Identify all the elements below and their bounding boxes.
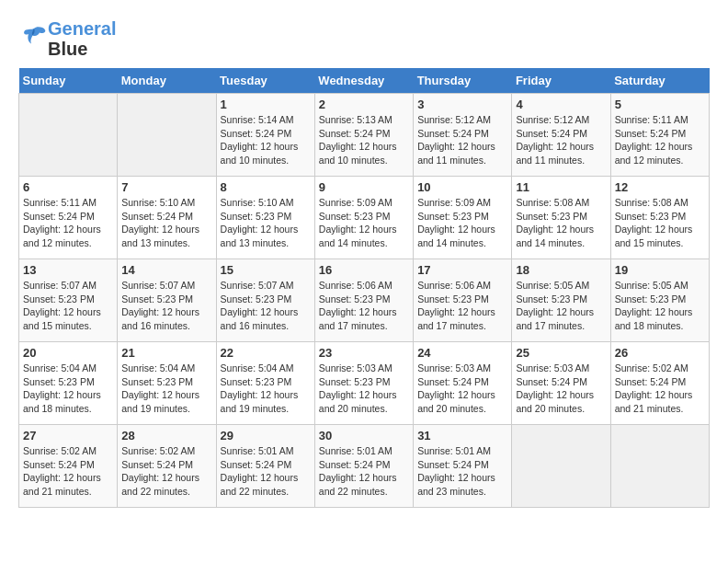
calendar-cell: 9Sunrise: 5:09 AM Sunset: 5:23 PM Daylig… [314, 177, 413, 259]
calendar-cell: 26Sunrise: 5:02 AM Sunset: 5:24 PM Dayli… [610, 342, 709, 425]
day-number: 6 [23, 180, 113, 194]
weekday-header-friday: Friday [512, 68, 610, 94]
calendar-week-row: 6Sunrise: 5:11 AM Sunset: 5:24 PM Daylig… [19, 177, 710, 259]
day-number: 3 [417, 98, 507, 111]
day-info: Sunrise: 5:04 AM Sunset: 5:23 PM Dayligh… [23, 362, 113, 416]
day-number: 17 [417, 263, 507, 277]
day-number: 4 [516, 98, 606, 111]
calendar-week-row: 27Sunrise: 5:02 AM Sunset: 5:24 PM Dayli… [19, 425, 710, 508]
day-number: 10 [417, 180, 507, 194]
day-number: 19 [615, 263, 705, 277]
day-info: Sunrise: 5:10 AM Sunset: 5:23 PM Dayligh… [221, 196, 311, 250]
calendar-cell: 1Sunrise: 5:14 AM Sunset: 5:24 PM Daylig… [216, 94, 314, 177]
day-info: Sunrise: 5:12 AM Sunset: 5:24 PM Dayligh… [417, 113, 507, 167]
weekday-header-sunday: Sunday [19, 68, 118, 94]
day-info: Sunrise: 5:04 AM Sunset: 5:23 PM Dayligh… [221, 362, 311, 416]
calendar-week-row: 1Sunrise: 5:14 AM Sunset: 5:24 PM Daylig… [19, 94, 710, 177]
weekday-header-tuesday: Tuesday [216, 68, 314, 94]
calendar-cell: 18Sunrise: 5:05 AM Sunset: 5:23 PM Dayli… [512, 259, 610, 342]
calendar-cell: 7Sunrise: 5:10 AM Sunset: 5:24 PM Daylig… [118, 177, 216, 259]
day-info: Sunrise: 5:05 AM Sunset: 5:23 PM Dayligh… [516, 279, 606, 333]
day-info: Sunrise: 5:01 AM Sunset: 5:24 PM Dayligh… [221, 444, 311, 499]
day-number: 1 [221, 98, 311, 111]
calendar-cell: 10Sunrise: 5:09 AM Sunset: 5:23 PM Dayli… [414, 177, 512, 259]
day-info: Sunrise: 5:14 AM Sunset: 5:24 PM Dayligh… [221, 113, 311, 167]
day-info: Sunrise: 5:06 AM Sunset: 5:23 PM Dayligh… [319, 279, 409, 333]
day-number: 5 [615, 98, 705, 111]
day-info: Sunrise: 5:11 AM Sunset: 5:24 PM Dayligh… [23, 196, 113, 250]
day-info: Sunrise: 5:02 AM Sunset: 5:24 PM Dayligh… [23, 444, 113, 499]
day-number: 31 [417, 429, 507, 442]
weekday-header-thursday: Thursday [414, 68, 512, 94]
day-number: 29 [221, 429, 311, 442]
calendar-cell: 17Sunrise: 5:06 AM Sunset: 5:23 PM Dayli… [414, 259, 512, 342]
day-info: Sunrise: 5:02 AM Sunset: 5:24 PM Dayligh… [121, 444, 211, 499]
day-info: Sunrise: 5:04 AM Sunset: 5:23 PM Dayligh… [121, 362, 211, 416]
calendar-cell: 22Sunrise: 5:04 AM Sunset: 5:23 PM Dayli… [216, 342, 314, 425]
calendar-cell: 24Sunrise: 5:03 AM Sunset: 5:24 PM Dayli… [414, 342, 512, 425]
day-number: 9 [319, 180, 409, 194]
day-number: 15 [221, 263, 311, 277]
calendar-cell: 15Sunrise: 5:07 AM Sunset: 5:23 PM Dayli… [216, 259, 314, 342]
day-info: Sunrise: 5:09 AM Sunset: 5:23 PM Dayligh… [319, 196, 409, 250]
day-number: 21 [121, 346, 211, 360]
day-info: Sunrise: 5:07 AM Sunset: 5:23 PM Dayligh… [23, 279, 113, 333]
calendar-cell: 2Sunrise: 5:13 AM Sunset: 5:24 PM Daylig… [314, 94, 413, 177]
day-number: 27 [23, 429, 113, 442]
day-info: Sunrise: 5:03 AM Sunset: 5:24 PM Dayligh… [417, 362, 507, 416]
day-number: 11 [516, 180, 606, 194]
day-number: 2 [319, 98, 409, 111]
day-info: Sunrise: 5:06 AM Sunset: 5:23 PM Dayligh… [417, 279, 507, 333]
day-number: 22 [221, 346, 311, 360]
calendar-cell: 14Sunrise: 5:07 AM Sunset: 5:23 PM Dayli… [118, 259, 216, 342]
calendar-cell: 19Sunrise: 5:05 AM Sunset: 5:23 PM Dayli… [610, 259, 709, 342]
day-info: Sunrise: 5:01 AM Sunset: 5:24 PM Dayligh… [319, 444, 409, 499]
day-number: 18 [516, 263, 606, 277]
logo-text: GeneralBlue [48, 18, 116, 59]
calendar-table: SundayMondayTuesdayWednesdayThursdayFrid… [18, 68, 710, 508]
calendar-cell: 28Sunrise: 5:02 AM Sunset: 5:24 PM Dayli… [118, 425, 216, 508]
calendar-cell: 20Sunrise: 5:04 AM Sunset: 5:23 PM Dayli… [19, 342, 118, 425]
calendar-cell: 11Sunrise: 5:08 AM Sunset: 5:23 PM Dayli… [512, 177, 610, 259]
calendar-week-row: 13Sunrise: 5:07 AM Sunset: 5:23 PM Dayli… [19, 259, 710, 342]
weekday-header-monday: Monday [118, 68, 216, 94]
weekday-header-saturday: Saturday [610, 68, 709, 94]
day-info: Sunrise: 5:03 AM Sunset: 5:24 PM Dayligh… [516, 362, 606, 416]
day-info: Sunrise: 5:12 AM Sunset: 5:24 PM Dayligh… [516, 113, 606, 167]
weekday-header-row: SundayMondayTuesdayWednesdayThursdayFrid… [19, 68, 710, 94]
calendar-cell: 6Sunrise: 5:11 AM Sunset: 5:24 PM Daylig… [19, 177, 118, 259]
calendar-cell: 23Sunrise: 5:03 AM Sunset: 5:23 PM Dayli… [314, 342, 413, 425]
calendar-cell [610, 425, 709, 508]
day-info: Sunrise: 5:08 AM Sunset: 5:23 PM Dayligh… [516, 196, 606, 250]
day-info: Sunrise: 5:02 AM Sunset: 5:24 PM Dayligh… [615, 362, 705, 416]
calendar-body: 1Sunrise: 5:14 AM Sunset: 5:24 PM Daylig… [19, 94, 710, 508]
calendar-cell [19, 94, 118, 177]
calendar-cell: 29Sunrise: 5:01 AM Sunset: 5:24 PM Dayli… [216, 425, 314, 508]
day-number: 23 [319, 346, 409, 360]
day-info: Sunrise: 5:11 AM Sunset: 5:24 PM Dayligh… [615, 113, 705, 167]
day-number: 14 [121, 263, 211, 277]
day-info: Sunrise: 5:10 AM Sunset: 5:24 PM Dayligh… [121, 196, 211, 250]
day-info: Sunrise: 5:13 AM Sunset: 5:24 PM Dayligh… [319, 113, 409, 167]
day-info: Sunrise: 5:05 AM Sunset: 5:23 PM Dayligh… [615, 279, 705, 333]
calendar-cell: 27Sunrise: 5:02 AM Sunset: 5:24 PM Dayli… [19, 425, 118, 508]
day-info: Sunrise: 5:01 AM Sunset: 5:24 PM Dayligh… [417, 444, 507, 499]
calendar-cell [512, 425, 610, 508]
calendar-cell: 4Sunrise: 5:12 AM Sunset: 5:24 PM Daylig… [512, 94, 610, 177]
calendar-week-row: 20Sunrise: 5:04 AM Sunset: 5:23 PM Dayli… [19, 342, 710, 425]
day-number: 13 [23, 263, 113, 277]
day-number: 24 [417, 346, 507, 360]
day-info: Sunrise: 5:07 AM Sunset: 5:23 PM Dayligh… [121, 279, 211, 333]
logo: GeneralBlue [18, 18, 116, 59]
day-number: 7 [121, 180, 211, 194]
calendar-cell [118, 94, 216, 177]
day-info: Sunrise: 5:07 AM Sunset: 5:23 PM Dayligh… [221, 279, 311, 333]
day-info: Sunrise: 5:03 AM Sunset: 5:23 PM Dayligh… [319, 362, 409, 416]
day-info: Sunrise: 5:09 AM Sunset: 5:23 PM Dayligh… [417, 196, 507, 250]
day-number: 25 [516, 346, 606, 360]
calendar-cell: 12Sunrise: 5:08 AM Sunset: 5:23 PM Dayli… [610, 177, 709, 259]
day-number: 20 [23, 346, 113, 360]
day-number: 8 [221, 180, 311, 194]
calendar-cell: 8Sunrise: 5:10 AM Sunset: 5:23 PM Daylig… [216, 177, 314, 259]
page-header: GeneralBlue [18, 18, 710, 59]
